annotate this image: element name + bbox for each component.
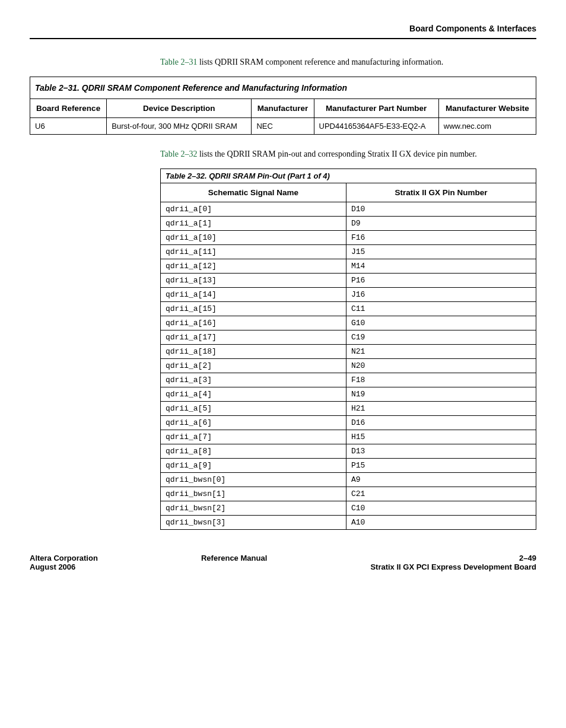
cell-signal-name: qdrii_a[11] [161, 245, 346, 259]
page-footer: Altera Corporation August 2006 Reference… [30, 554, 536, 571]
cell-pin-number: N20 [346, 359, 536, 373]
cell-pin-number: G10 [346, 316, 536, 330]
footer-board-name: Stratix II GX PCI Express Development Bo… [370, 562, 536, 571]
table2-header-pin-number: Stratix II GX Pin Number [346, 183, 536, 202]
table-row: qdrii_a[7]H15 [161, 430, 536, 444]
cell-manufacturer: NEC [252, 118, 314, 135]
table-2-31: Table 2–31. QDRII SRAM Component Referen… [30, 77, 536, 135]
cell-pin-number: H15 [346, 430, 536, 444]
cell-signal-name: qdrii_a[9] [161, 459, 346, 473]
table-row: qdrii_a[10]F16 [161, 231, 536, 245]
cell-pin-number: C19 [346, 330, 536, 345]
cell-pin-number: A10 [346, 516, 536, 530]
table-2-32-caption: Table 2–32. QDRII SRAM Pin-Out (Part 1 o… [161, 169, 536, 183]
cell-signal-name: qdrii_bwsn[1] [161, 487, 346, 501]
table-row: qdrii_a[6]D16 [161, 416, 536, 430]
table1-header-device-desc: Device Description [107, 99, 252, 118]
cell-signal-name: qdrii_a[12] [161, 259, 346, 274]
table-row: qdrii_a[17]C19 [161, 330, 536, 345]
table-row: qdrii_a[18]N21 [161, 345, 536, 359]
cell-signal-name: qdrii_a[1] [161, 217, 346, 231]
cell-signal-name: qdrii_a[13] [161, 274, 346, 288]
cell-pin-number: D16 [346, 416, 536, 430]
cell-pin-number: P16 [346, 274, 536, 288]
table-row: qdrii_a[15]C11 [161, 302, 536, 316]
cell-signal-name: qdrii_a[17] [161, 330, 346, 345]
table-ref-link-2[interactable]: Table 2–32 [160, 150, 197, 158]
table-row: qdrii_a[2]N20 [161, 359, 536, 373]
cell-signal-name: qdrii_a[15] [161, 302, 346, 316]
table-row: qdrii_a[1]D9 [161, 217, 536, 231]
cell-pin-number: F18 [346, 373, 536, 387]
cell-signal-name: qdrii_a[10] [161, 231, 346, 245]
cell-signal-name: qdrii_a[14] [161, 288, 346, 302]
table-row: qdrii_a[14]J16 [161, 288, 536, 302]
table-row: qdrii_a[4]N19 [161, 387, 536, 402]
table2-header-signal-name: Schematic Signal Name [161, 183, 346, 202]
cell-signal-name: qdrii_a[2] [161, 359, 346, 373]
table-row: qdrii_bwsn[2]C10 [161, 501, 536, 516]
table1-header-manufacturer: Manufacturer [252, 99, 314, 118]
cell-signal-name: qdrii_a[18] [161, 345, 346, 359]
cell-signal-name: qdrii_bwsn[2] [161, 501, 346, 516]
cell-signal-name: qdrii_a[16] [161, 316, 346, 330]
table-row: qdrii_bwsn[0]A9 [161, 473, 536, 487]
cell-pin-number: A9 [346, 473, 536, 487]
table-row: qdrii_a[8]D13 [161, 444, 536, 459]
cell-pin-number: C21 [346, 487, 536, 501]
cell-signal-name: qdrii_a[6] [161, 416, 346, 430]
intro-text-2: lists the QDRII SRAM pin-out and corresp… [197, 150, 476, 158]
intro-paragraph-2: Table 2–32 lists the QDRII SRAM pin-out … [160, 148, 536, 160]
footer-page-number: 2–49 [370, 554, 536, 562]
cell-signal-name: qdrii_a[5] [161, 402, 346, 416]
cell-part-number: UPD44165364AF5-E33-EQ2-A [314, 118, 438, 135]
cell-signal-name: qdrii_bwsn[0] [161, 473, 346, 487]
footer-manual-title: Reference Manual [201, 554, 267, 562]
cell-signal-name: qdrii_bwsn[3] [161, 516, 346, 530]
cell-pin-number: J15 [346, 245, 536, 259]
section-header: Board Components & Interfaces [30, 24, 536, 36]
intro-text-1: lists QDRII SRAM component reference and… [197, 58, 443, 66]
table-row: U6 Burst-of-four, 300 MHz QDRII SRAM NEC… [30, 118, 536, 135]
footer-company: Altera Corporation [30, 554, 98, 562]
footer-date: August 2006 [30, 562, 98, 571]
cell-pin-number: C11 [346, 302, 536, 316]
cell-pin-number: F16 [346, 231, 536, 245]
table-row: qdrii_a[5]H21 [161, 402, 536, 416]
cell-device-desc: Burst-of-four, 300 MHz QDRII SRAM [107, 118, 252, 135]
cell-signal-name: qdrii_a[3] [161, 373, 346, 387]
cell-pin-number: C10 [346, 501, 536, 516]
table-row: qdrii_a[16]G10 [161, 316, 536, 330]
table-2-32: Table 2–32. QDRII SRAM Pin-Out (Part 1 o… [160, 169, 536, 530]
table-ref-link-1[interactable]: Table 2–31 [160, 58, 197, 66]
intro-paragraph-1: Table 2–31 lists QDRII SRAM component re… [160, 56, 536, 68]
cell-pin-number: M14 [346, 259, 536, 274]
cell-signal-name: qdrii_a[7] [161, 430, 346, 444]
table1-header-part-number: Manufacturer Part Number [314, 99, 438, 118]
table-row: qdrii_a[9]P15 [161, 459, 536, 473]
cell-website: www.nec.com [438, 118, 536, 135]
cell-pin-number: D13 [346, 444, 536, 459]
table1-header-website: Manufacturer Website [438, 99, 536, 118]
table-row: qdrii_a[0]D10 [161, 202, 536, 217]
table-row: qdrii_bwsn[3]A10 [161, 516, 536, 530]
cell-signal-name: qdrii_a[0] [161, 202, 346, 217]
header-rule [30, 38, 536, 39]
cell-pin-number: H21 [346, 402, 536, 416]
table-2-31-caption: Table 2–31. QDRII SRAM Component Referen… [30, 77, 536, 99]
cell-pin-number: N19 [346, 387, 536, 402]
cell-pin-number: P15 [346, 459, 536, 473]
cell-signal-name: qdrii_a[4] [161, 387, 346, 402]
cell-pin-number: D10 [346, 202, 536, 217]
table-row: qdrii_a[13]P16 [161, 274, 536, 288]
cell-pin-number: J16 [346, 288, 536, 302]
table1-header-board-ref: Board Reference [30, 99, 107, 118]
cell-pin-number: D9 [346, 217, 536, 231]
table-row: qdrii_a[3]F18 [161, 373, 536, 387]
table-row: qdrii_a[11]J15 [161, 245, 536, 259]
cell-board-ref: U6 [30, 118, 107, 135]
cell-pin-number: N21 [346, 345, 536, 359]
table-row: qdrii_bwsn[1]C21 [161, 487, 536, 501]
cell-signal-name: qdrii_a[8] [161, 444, 346, 459]
table-row: qdrii_a[12]M14 [161, 259, 536, 274]
